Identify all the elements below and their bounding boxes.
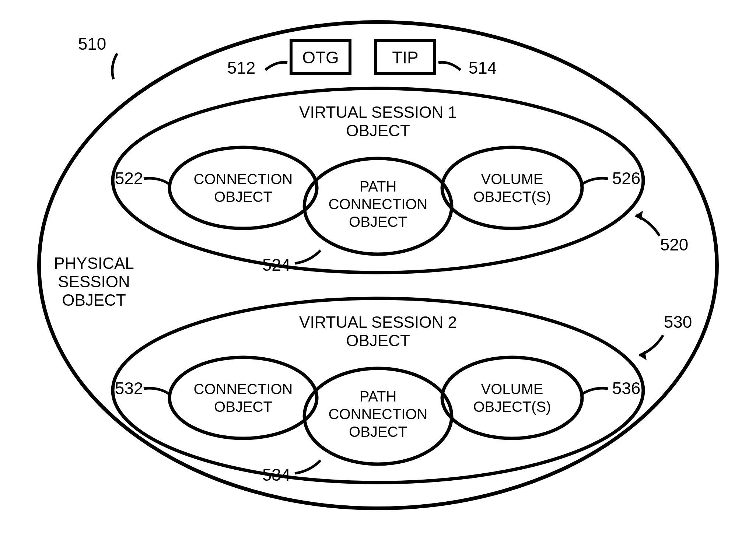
physical-session-label-3: OBJECT [62, 291, 126, 309]
vs1-volume-ellipse [442, 147, 582, 228]
diagram-root: 510 PHYSICAL SESSION OBJECT OTG 512 TIP … [0, 0, 756, 533]
ref-524-leader [295, 250, 321, 263]
vs1-path-l1: PATH [360, 178, 397, 194]
vs2-vol-l2: OBJECT(S) [473, 399, 551, 415]
vs1-path-l3: OBJECT [349, 214, 407, 230]
ref-536-leader [582, 388, 608, 394]
ref-520: 520 [660, 235, 689, 254]
ref-526-leader [582, 178, 608, 184]
vs1-connection-ellipse [169, 147, 317, 228]
vs2-title-1: VIRTUAL SESSION 2 [299, 313, 457, 331]
ref-532-leader [144, 388, 169, 394]
ref-514: 514 [469, 58, 497, 77]
vs1-conn-l2: OBJECT [214, 189, 272, 205]
vs2-path-l2: CONNECTION [329, 406, 428, 422]
vs1-vol-l2: OBJECT(S) [473, 189, 551, 205]
ref-514-leader [438, 62, 461, 70]
vs2-path-l3: OBJECT [349, 424, 407, 440]
tip-label: TIP [392, 48, 419, 67]
vs2-vol-l1: VOLUME [481, 381, 543, 397]
ref-512: 512 [227, 58, 256, 77]
ref-522: 522 [115, 169, 143, 188]
ref-536: 536 [612, 379, 641, 398]
vs1-conn-l1: CONNECTION [194, 171, 293, 187]
ref-512-leader [265, 62, 287, 70]
ref-532: 532 [115, 379, 143, 398]
vs2-title-2: OBJECT [346, 332, 410, 350]
ref-510: 510 [78, 34, 106, 53]
ref-530: 530 [664, 312, 692, 332]
vs1-title-2: OBJECT [346, 122, 410, 140]
ref-510-leader [112, 53, 117, 79]
physical-session-label-2: SESSION [58, 273, 130, 291]
vs2-conn-l2: OBJECT [214, 399, 272, 415]
physical-session-label-1: PHYSICAL [54, 254, 134, 272]
vs2-path-l1: PATH [360, 388, 397, 404]
vs2-conn-l1: CONNECTION [194, 381, 293, 397]
vs2-volume-ellipse [442, 357, 582, 438]
vs2-connection-ellipse [169, 357, 317, 438]
ref-526: 526 [612, 169, 641, 188]
vs1-title-1: VIRTUAL SESSION 1 [299, 103, 457, 121]
vs1-path-l2: CONNECTION [329, 196, 428, 212]
ref-534: 534 [262, 465, 291, 484]
ref-534-leader [295, 460, 321, 473]
otg-label: OTG [302, 48, 339, 67]
ref-522-leader [144, 178, 169, 184]
ref-524: 524 [262, 255, 291, 274]
vs1-vol-l1: VOLUME [481, 171, 543, 187]
